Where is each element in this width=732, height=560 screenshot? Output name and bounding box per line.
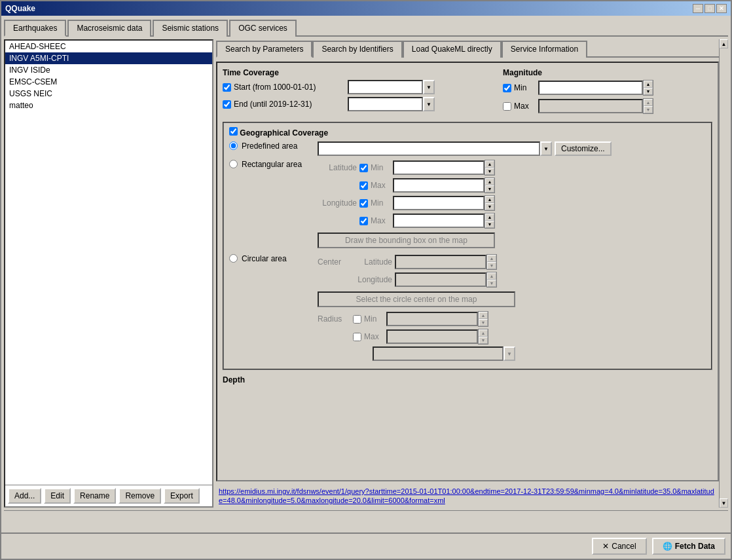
select-circle-button[interactable]: Select the circle center on the map — [318, 291, 515, 307]
customize-button[interactable]: Customize... — [555, 141, 612, 156]
end-date-input[interactable]: 2017-12-31 — [348, 97, 423, 111]
lon-max-spin-down[interactable]: ▼ — [485, 221, 494, 228]
circ-lat-spin-up[interactable]: ▲ — [487, 255, 496, 262]
title-bar: QQuake ─ □ ✕ — [1, 1, 731, 16]
circular-radio[interactable] — [229, 254, 238, 263]
start-date-dropdown[interactable]: ▼ — [423, 80, 435, 94]
mag-max-spin-up[interactable]: ▲ — [644, 99, 653, 106]
minimize-button[interactable]: ─ — [693, 4, 703, 13]
mag-max-checkbox[interactable] — [503, 102, 511, 111]
lat-max-spin-down[interactable]: ▼ — [485, 185, 494, 193]
mag-min-checkbox[interactable] — [503, 84, 511, 92]
circ-lon-spin-up[interactable]: ▲ — [487, 272, 496, 280]
mag-min-input[interactable]: 4.0 — [538, 81, 643, 95]
circ-lat-spin-down[interactable]: ▼ — [487, 262, 496, 269]
circ-lon-spin-down[interactable]: ▼ — [487, 280, 496, 287]
predefined-dropdown[interactable]: ▼ — [540, 141, 552, 156]
radius-max-checkbox[interactable] — [353, 333, 361, 341]
mag-max-spinbox: 8.0 ▲ ▼ — [538, 98, 653, 114]
lon-min-spin-down[interactable]: ▼ — [485, 203, 494, 210]
lon-min-spin-up[interactable]: ▲ — [485, 196, 494, 203]
sub-tab-identifiers[interactable]: Search by Identifiers — [312, 41, 402, 58]
radius-min-spin-down[interactable]: ▼ — [479, 319, 488, 326]
lon-min-checkbox[interactable] — [359, 199, 368, 208]
mag-min-spin-down[interactable]: ▼ — [644, 88, 653, 95]
lon-max-checkbox[interactable] — [359, 217, 368, 225]
radius-max-spin-down[interactable]: ▼ — [479, 337, 488, 344]
start-row: Start (from 1000-01-01) 2015-01-01 ▼ — [223, 80, 492, 94]
radius-min-checkbox[interactable] — [353, 315, 361, 324]
draw-bbox-button[interactable]: Draw the bounding box on the map — [318, 233, 495, 248]
predefined-radio[interactable] — [229, 141, 238, 150]
units-input[interactable]: Kilometers — [373, 346, 503, 361]
depth-section: Depth — [223, 375, 712, 384]
draw-bbox-label: Draw the bounding box on the map — [345, 236, 467, 245]
cancel-button[interactable]: ✕ Cancel — [592, 538, 646, 555]
start-date-input[interactable]: 2015-01-01 — [348, 80, 423, 94]
mag-min-spin-btns: ▲ ▼ — [643, 80, 653, 96]
list-item-emsc[interactable]: EMSC-CSEM — [5, 76, 212, 88]
export-button[interactable]: Export — [164, 488, 200, 504]
lat-min-spin-up[interactable]: ▲ — [485, 160, 494, 168]
lon-max-input[interactable]: 20.000 — [393, 214, 485, 228]
mag-max-input[interactable]: 8.0 — [538, 99, 643, 113]
lat-axis-label: Latitude — [318, 163, 357, 172]
start-checkbox[interactable] — [223, 83, 231, 92]
query-url-link[interactable]: https://emidius.mi.ingv.it/fdsnws/event/… — [219, 487, 714, 504]
lat-min-input[interactable]: 35.000 — [393, 160, 485, 175]
lat-max-checkbox[interactable] — [359, 181, 368, 190]
radius-min-spin-up[interactable]: ▲ — [479, 312, 488, 319]
circ-lat-input[interactable]: 42.778 — [395, 255, 486, 269]
sub-tab-service-info[interactable]: Service Information — [502, 41, 587, 58]
list-item-ingv-iside[interactable]: INGV ISIDe — [5, 64, 212, 76]
lat-min-checkbox[interactable] — [359, 164, 368, 172]
circ-lat-spinbox: 42.778 ▲ ▼ — [395, 254, 497, 270]
tab-ogc-services[interactable]: OGC services — [229, 20, 297, 37]
predefined-input[interactable]: Italy — [318, 141, 540, 156]
remove-button[interactable]: Remove — [119, 488, 161, 504]
bottom-bar: ✕ Cancel 🌐 Fetch Data — [1, 532, 731, 559]
tab-macroseismic[interactable]: Macroseismic data — [67, 20, 151, 37]
add-button[interactable]: Add... — [8, 488, 41, 504]
circ-lon-input[interactable]: 13.162 — [395, 272, 486, 287]
lon-min-input[interactable]: 5.000 — [393, 196, 485, 210]
depth-title: Depth — [223, 375, 712, 384]
radius-max-spin-up[interactable]: ▲ — [479, 329, 488, 337]
list-item-ingv-a5mi[interactable]: INGV A5MI-CPTI — [5, 52, 212, 64]
scroll-down-arrow[interactable]: ▼ — [720, 498, 728, 508]
mag-min-spin-up[interactable]: ▲ — [644, 81, 653, 88]
close-button[interactable]: ✕ — [716, 4, 727, 13]
sub-tab-quakeml[interactable]: Load QuakeML directly — [403, 41, 502, 58]
units-dropdown[interactable]: ▼ — [503, 346, 515, 361]
rectangular-radio[interactable] — [229, 160, 238, 168]
tab-earthquakes[interactable]: Earthquakes — [4, 20, 66, 37]
radius-min-input[interactable]: 0.000 — [386, 312, 478, 326]
lon-max-label: Max — [371, 216, 390, 225]
rename-button[interactable]: Rename — [73, 488, 116, 504]
end-checkbox[interactable] — [223, 100, 231, 109]
radius-min-spin-btns: ▲ ▼ — [478, 311, 488, 327]
sub-tab-parameters[interactable]: Search by Parameters — [216, 41, 312, 58]
lat-max-input[interactable]: 48.000 — [393, 178, 485, 193]
edit-button[interactable]: Edit — [44, 488, 71, 504]
fetch-data-button[interactable]: 🌐 Fetch Data — [652, 538, 725, 555]
lat-max-spin-up[interactable]: ▲ — [485, 178, 494, 185]
tab-seismic-stations[interactable]: Seismic stations — [153, 20, 228, 37]
left-panel: AHEAD-SHEEC INGV A5MI-CPTI INGV ISIDe EM… — [4, 39, 213, 508]
radius-max-spinbox: 0.000 ▲ ▼ — [386, 329, 488, 345]
radius-max-input[interactable]: 0.000 — [386, 329, 478, 344]
lat-min-spin-down[interactable]: ▼ — [485, 168, 494, 175]
mag-max-spin-down[interactable]: ▼ — [644, 106, 653, 113]
lon-max-spin-up[interactable]: ▲ — [485, 214, 494, 221]
geo-coverage-checkbox[interactable] — [229, 127, 238, 136]
left-panel-buttons: Add... Edit Rename Remove Export — [5, 485, 212, 506]
end-date-dropdown[interactable]: ▼ — [423, 97, 435, 111]
mag-max-row: Max 8.0 ▲ ▼ — [503, 98, 712, 114]
scroll-up-arrow[interactable]: ▲ — [720, 39, 728, 48]
geo-coverage-section: Geographical Coverage Predefined area It… — [223, 122, 712, 370]
maximize-button[interactable]: □ — [705, 4, 715, 13]
list-item-ahead[interactable]: AHEAD-SHEEC — [5, 41, 212, 52]
list-item-usgs[interactable]: USGS NEIC — [5, 88, 212, 100]
main-tab-bar: Earthquakes Macroseismic data Seismic st… — [4, 18, 728, 37]
list-item-matteo[interactable]: matteo — [5, 100, 212, 111]
